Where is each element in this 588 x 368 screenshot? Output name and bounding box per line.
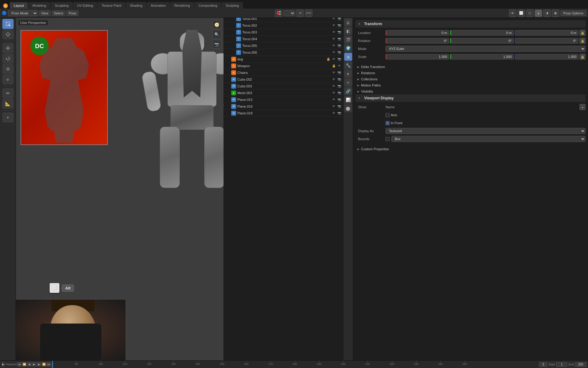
relations-header[interactable]: ▶ Relations bbox=[356, 70, 586, 76]
rotate-tool[interactable] bbox=[2, 54, 13, 63]
move-tool[interactable] bbox=[2, 43, 13, 53]
plane018-view[interactable]: 👁 bbox=[331, 111, 336, 116]
location-x[interactable]: 0 m bbox=[386, 30, 449, 36]
chains-view[interactable]: 👁 bbox=[331, 70, 336, 75]
view-nav-icon[interactable]: 🧭 bbox=[213, 20, 221, 29]
plane018-render[interactable]: 📷 bbox=[337, 111, 342, 116]
delta-transform-header[interactable]: ▶ Delta Transform bbox=[356, 64, 586, 70]
axis-checkbox[interactable] bbox=[386, 113, 390, 117]
tab-scripting[interactable]: Scripting bbox=[222, 2, 243, 9]
pose-options-btn[interactable]: Pose Options bbox=[560, 10, 586, 16]
torus002-render[interactable]: 📷 bbox=[337, 23, 342, 28]
jump-end-btn[interactable]: ⏭ bbox=[47, 362, 51, 366]
scale-lock[interactable]: 🔒 bbox=[579, 54, 586, 60]
prop-tab-world[interactable]: 🌍 bbox=[344, 44, 352, 52]
rotation-y[interactable]: 0° bbox=[450, 38, 514, 44]
outliner-item-dog[interactable]: A dog 🔒 👁 📷 bbox=[224, 56, 343, 63]
select-menu[interactable]: Select bbox=[52, 10, 66, 16]
tab-rendering[interactable]: Rendering bbox=[170, 2, 194, 9]
torus006-render[interactable]: 📷 bbox=[337, 50, 342, 55]
scale-tool[interactable] bbox=[2, 64, 13, 74]
outliner-item-torus002[interactable]: T Torus.002 👁 📷 bbox=[224, 22, 343, 29]
main-viewport[interactable]: User Perspective DC ⬜ Alt 🧭 🔍 📷 bbox=[16, 18, 224, 360]
dog-restrict[interactable]: 🔒 bbox=[326, 57, 331, 62]
weapon-view[interactable]: 👁 bbox=[337, 63, 342, 68]
prop-tab-object[interactable]: ▣ bbox=[344, 53, 352, 61]
bounds-type-select[interactable]: Box Sphere Capsule bbox=[391, 136, 586, 142]
tab-texture-paint[interactable]: Texture Paint bbox=[98, 2, 125, 9]
tab-layout[interactable]: Layout bbox=[10, 2, 28, 9]
tab-modeling[interactable]: Modeling bbox=[28, 2, 50, 9]
show-name-btn[interactable]: ▸ bbox=[579, 104, 586, 110]
prop-tab-particles[interactable]: ✦ bbox=[344, 70, 352, 78]
rotation-mode-select[interactable]: XYZ Euler XZY Euler Quaternion bbox=[386, 46, 586, 52]
tab-shading[interactable]: Shading bbox=[126, 2, 146, 9]
torus002-view[interactable]: 👁 bbox=[331, 23, 336, 28]
outliner-item-weapon[interactable]: A Weapon 🔒 👁 bbox=[224, 63, 343, 69]
symmetry-icon[interactable]: ⟺ bbox=[305, 10, 312, 17]
torus004-render[interactable]: 📷 bbox=[337, 36, 342, 41]
cursor-tool[interactable] bbox=[2, 29, 13, 39]
wireframe-btn[interactable]: ◻ bbox=[526, 10, 533, 17]
tab-uv-editing[interactable]: UV Editing bbox=[73, 2, 97, 9]
dog-view[interactable]: 👁 bbox=[331, 57, 336, 62]
torus005-view[interactable]: 👁 bbox=[331, 43, 336, 48]
prop-tab-view[interactable]: ◧ bbox=[344, 27, 352, 35]
next-keyframe-btn[interactable]: ⏩ bbox=[42, 362, 46, 366]
prev-keyframe-btn[interactable]: ⏪ bbox=[22, 362, 26, 366]
camera-icon[interactable]: 📷 bbox=[213, 40, 221, 48]
prop-tab-data[interactable]: 📊 bbox=[344, 96, 352, 104]
pose-mode-select[interactable]: Pose Mode Object Mode Edit Mode bbox=[8, 10, 38, 16]
outliner-item-cube003[interactable]: M Cube.003 👁 📷 bbox=[224, 83, 343, 90]
torus005-render[interactable]: 📷 bbox=[337, 43, 342, 48]
prop-tab-material[interactable]: ⬤ bbox=[344, 104, 352, 112]
torus004-view[interactable]: 👁 bbox=[331, 36, 336, 41]
playback-icon[interactable]: ▶ bbox=[2, 362, 5, 366]
plane016-render[interactable]: 📷 bbox=[337, 104, 342, 109]
mesh003-view[interactable]: 👁 bbox=[331, 90, 336, 95]
prop-tab-physics[interactable]: ⚛ bbox=[344, 79, 352, 86]
zoom-icon[interactable]: 🔍 bbox=[213, 30, 221, 39]
rotation-z[interactable]: 0° bbox=[515, 38, 579, 44]
cube002-render[interactable]: 📷 bbox=[337, 77, 342, 82]
location-lock[interactable]: 🔒 bbox=[579, 30, 586, 36]
display-as-select[interactable]: Textured Solid Wire Bounds bbox=[386, 128, 586, 134]
next-frame-btn[interactable]: ▶ bbox=[37, 362, 41, 366]
annotate-tool[interactable]: ✏ bbox=[2, 88, 13, 98]
solid-btn[interactable]: ● bbox=[535, 10, 542, 17]
prop-tab-output[interactable]: 🖨 bbox=[344, 18, 352, 26]
material-btn[interactable]: ◑ bbox=[543, 10, 551, 17]
viewport-display-header[interactable]: ▼ Viewport Display bbox=[356, 94, 586, 102]
bounds-checkbox[interactable] bbox=[386, 137, 390, 141]
outliner-item-chains[interactable]: A Chains 👁 📷 bbox=[224, 69, 343, 76]
plane016-view[interactable]: 👁 bbox=[331, 104, 336, 109]
prev-frame-btn[interactable]: ◀ bbox=[27, 362, 31, 366]
outliner-item-plane018[interactable]: M Plane.018 👁 📷 bbox=[224, 110, 343, 117]
location-z[interactable]: 0 m bbox=[515, 30, 579, 36]
plane015-view[interactable]: 👁 bbox=[331, 97, 336, 102]
prop-tab-modifier[interactable]: 🔧 bbox=[344, 61, 352, 69]
outliner-item-torus004[interactable]: T Torus.004 👁 📷 bbox=[224, 36, 343, 42]
chains-render[interactable]: 📷 bbox=[337, 70, 342, 75]
transform-tool[interactable]: ⊕ bbox=[2, 75, 13, 84]
motion-paths-header[interactable]: ▶ Motion Paths bbox=[356, 82, 586, 88]
outliner-item-cube002[interactable]: M Cube.002 👁 📷 bbox=[224, 76, 343, 83]
play-btn[interactable]: ▶ bbox=[32, 362, 36, 366]
mesh003-render[interactable]: 📷 bbox=[337, 90, 342, 95]
scale-y[interactable]: 1.000 bbox=[450, 54, 514, 59]
torus003-render[interactable]: 📷 bbox=[337, 30, 342, 35]
prop-tab-scene[interactable]: 🎬 bbox=[344, 36, 352, 44]
cube003-view[interactable]: 👁 bbox=[331, 84, 336, 89]
end-frame-field[interactable]: 250 bbox=[575, 362, 586, 367]
torus003-view[interactable]: 👁 bbox=[331, 30, 336, 35]
pose-menu[interactable]: Pose bbox=[66, 10, 78, 16]
measure-tool[interactable]: 📐 bbox=[2, 99, 13, 109]
outliner-item-torus005[interactable]: T Torus.005 👁 📷 bbox=[224, 42, 343, 49]
cube002-view[interactable]: 👁 bbox=[331, 77, 336, 82]
tab-sculpting[interactable]: Sculpting bbox=[51, 2, 73, 9]
plane015-render[interactable]: 📷 bbox=[337, 97, 342, 102]
torus006-view[interactable]: 👁 bbox=[331, 50, 336, 55]
prop-tab-constraints[interactable]: 🔗 bbox=[344, 87, 352, 95]
jump-start-btn[interactable]: ⏮ bbox=[17, 362, 21, 366]
xray-icon[interactable]: ⬜ bbox=[518, 10, 525, 17]
